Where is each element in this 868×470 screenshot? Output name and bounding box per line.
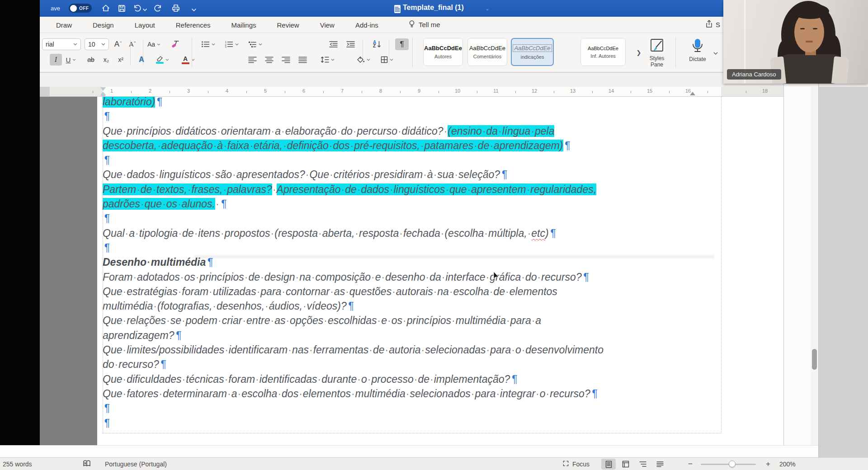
superscript-button[interactable]: x² bbox=[115, 54, 127, 66]
align-left-button[interactable] bbox=[246, 54, 258, 66]
person-eye-left bbox=[800, 28, 805, 29]
tab-references[interactable]: References bbox=[176, 21, 211, 29]
undo-icon[interactable] bbox=[131, 2, 143, 14]
webcam-video[interactable]: Adriana Cardoso bbox=[723, 0, 868, 84]
doc-line: ¶ bbox=[103, 240, 604, 255]
pilcrow-mark: ¶ bbox=[207, 256, 212, 268]
tab-mailings[interactable]: Mailings bbox=[231, 21, 256, 29]
font-size-combo[interactable]: 10 bbox=[85, 38, 109, 50]
text-effects-button[interactable]: A bbox=[136, 54, 147, 66]
spelling-status-button[interactable] bbox=[82, 458, 91, 470]
tab-draw[interactable]: Draw bbox=[56, 21, 72, 29]
tab-layout[interactable]: Layout bbox=[135, 21, 155, 29]
pilcrow-mark: ¶ bbox=[348, 300, 354, 312]
numbering-button[interactable]: 123 bbox=[222, 38, 241, 50]
style-sample-text: AaBbCcDdEe bbox=[469, 45, 505, 52]
vertical-scrollbar[interactable] bbox=[811, 87, 818, 445]
style-sample-text: AaBbCcDdEe bbox=[424, 45, 462, 52]
word-doc-icon bbox=[392, 3, 403, 15]
change-case-button[interactable]: Aa bbox=[147, 38, 160, 50]
doc-line: Que·estratégias·foram·utilizadas·para·co… bbox=[103, 284, 604, 299]
highlight-color-button[interactable] bbox=[152, 54, 173, 66]
word-count[interactable]: 255 words bbox=[3, 458, 32, 470]
show-formatting-marks-button[interactable]: ¶ bbox=[395, 38, 409, 50]
horizontal-scroll-band[interactable] bbox=[0, 445, 818, 457]
pilcrow-mark: ¶ bbox=[104, 154, 109, 166]
pilcrow-mark: ¶ bbox=[104, 110, 109, 122]
save-icon[interactable] bbox=[116, 2, 127, 14]
undo-chevron-icon[interactable] bbox=[142, 4, 147, 16]
grow-font-button[interactable]: Aˆ bbox=[112, 38, 124, 50]
doc-line: Que·limites/possibilidades·identificaram… bbox=[103, 343, 604, 357]
print-layout-view-button[interactable] bbox=[601, 459, 616, 470]
toolbar-options-chevron-icon[interactable] bbox=[188, 4, 200, 16]
hanging-indent-marker[interactable] bbox=[100, 92, 106, 95]
style-comentários[interactable]: AaBbCcDdEeComentários bbox=[467, 38, 507, 66]
style-label: indicações bbox=[521, 54, 544, 60]
multilevel-list-button[interactable] bbox=[245, 38, 265, 50]
tab-tell-me[interactable]: Tell me bbox=[408, 19, 440, 30]
zoom-out-button[interactable]: − bbox=[688, 458, 693, 470]
autosave-toggle[interactable]: OFF bbox=[69, 4, 92, 13]
borders-button[interactable] bbox=[377, 54, 397, 66]
italic-button[interactable]: I bbox=[50, 54, 62, 66]
ruler-number: 12 bbox=[532, 88, 537, 94]
first-line-indent-marker[interactable] bbox=[100, 87, 106, 91]
align-center-button[interactable] bbox=[263, 54, 275, 66]
web-layout-view-button[interactable] bbox=[618, 459, 633, 470]
doc-text: do·recurso? bbox=[103, 358, 159, 370]
right-indent-marker[interactable] bbox=[690, 92, 695, 95]
shading-button[interactable] bbox=[354, 54, 373, 66]
strikethrough-button[interactable]: ab bbox=[85, 54, 97, 66]
share-button[interactable]: S bbox=[705, 19, 720, 29]
clear-formatting-button[interactable] bbox=[170, 38, 182, 50]
underline-button[interactable]: U bbox=[65, 54, 77, 66]
increase-indent-button[interactable] bbox=[344, 38, 356, 50]
print-icon[interactable] bbox=[170, 2, 182, 14]
zoom-in-button[interactable]: + bbox=[766, 458, 770, 470]
horizontal-ruler[interactable]: 1234567891011121314151618 bbox=[50, 87, 784, 97]
pilcrow-mark: ¶ bbox=[176, 329, 181, 341]
draft-view-button[interactable] bbox=[653, 459, 667, 470]
style-autores[interactable]: AaBbCcDdEeAutores bbox=[423, 38, 463, 66]
doc-line: ¶ bbox=[103, 416, 604, 430]
home-icon[interactable] bbox=[100, 2, 112, 14]
subscript-button[interactable]: x₂ bbox=[100, 54, 112, 66]
style-inf-autores[interactable]: AaBbCcDdEeInf. Autores bbox=[580, 38, 626, 66]
document-page[interactable]: laboratório)¶¶Que·princípios·didáticos·o… bbox=[97, 97, 783, 445]
zoom-slider-thumb[interactable] bbox=[729, 461, 736, 467]
autosave-label: ave bbox=[51, 0, 60, 17]
redo-icon[interactable] bbox=[152, 2, 164, 14]
focus-button[interactable]: Focus bbox=[562, 458, 590, 470]
decrease-indent-button[interactable] bbox=[327, 38, 339, 50]
dictate-chevron-icon[interactable] bbox=[713, 49, 718, 56]
font-color-button[interactable]: A bbox=[178, 54, 198, 66]
title-chevron-icon[interactable]: ⌄ bbox=[485, 5, 490, 12]
document-title[interactable]: Template_final (1) bbox=[403, 4, 464, 12]
style-indicações[interactable]: AaBbCcDdEeindicações bbox=[511, 38, 554, 66]
styles-pane-button[interactable]: Styles Pane bbox=[644, 38, 670, 68]
justify-button[interactable] bbox=[297, 54, 308, 66]
tab-add-ins[interactable]: Add-ins bbox=[355, 21, 378, 29]
zoom-percentage[interactable]: 200% bbox=[779, 458, 796, 470]
ruler-number: 8 bbox=[379, 88, 382, 94]
zoom-slider-track[interactable] bbox=[701, 464, 756, 465]
highlighted-text: laboratório) bbox=[103, 97, 155, 108]
align-right-button[interactable] bbox=[280, 54, 292, 66]
font-name-combo[interactable]: rial bbox=[42, 38, 81, 50]
shrink-font-button[interactable]: Aˇ bbox=[127, 38, 138, 50]
tab-design[interactable]: Design bbox=[93, 21, 114, 29]
line-spacing-button[interactable] bbox=[317, 54, 337, 66]
dictate-button[interactable]: Dictate bbox=[684, 38, 712, 63]
tab-review[interactable]: Review bbox=[277, 21, 299, 29]
document-canvas: laboratório)¶¶Que·princípios·didáticos·o… bbox=[40, 97, 783, 445]
pilcrow-mark: ¶ bbox=[592, 388, 597, 400]
sort-button[interactable]: AZ bbox=[369, 38, 385, 50]
scrollbar-thumb[interactable] bbox=[812, 349, 817, 370]
bullets-button[interactable] bbox=[198, 38, 218, 50]
tab-view[interactable]: View bbox=[320, 21, 335, 29]
doc-line: laboratório)¶ bbox=[103, 97, 604, 109]
outline-view-button[interactable] bbox=[636, 459, 650, 470]
styles-gallery-more-button[interactable]: ❯ bbox=[633, 47, 645, 58]
language-indicator[interactable]: Portuguese (Portugal) bbox=[105, 458, 167, 470]
